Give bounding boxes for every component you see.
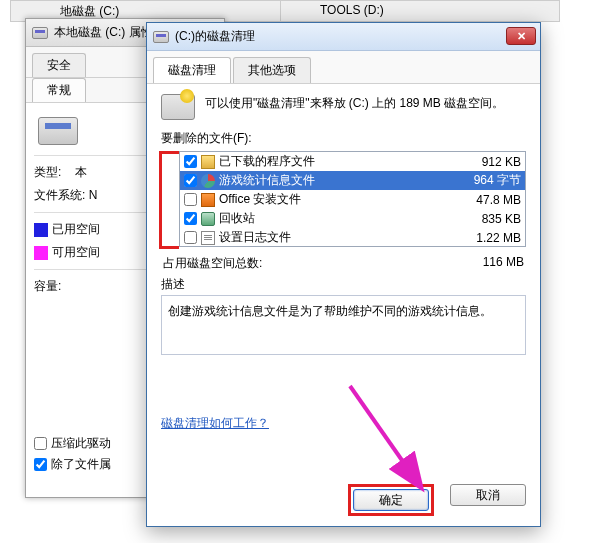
cleanup-title-icon — [153, 31, 169, 43]
checkbox-game-stats[interactable] — [184, 174, 197, 187]
checkbox-recycle-bin[interactable] — [184, 212, 197, 225]
document-icon — [201, 231, 215, 245]
folder-icon — [201, 155, 215, 169]
row-size: 47.8 MB — [451, 193, 521, 207]
index-label: 除了文件属 — [51, 456, 111, 473]
row-size: 835 KB — [451, 212, 521, 226]
close-button[interactable]: ✕ — [506, 27, 536, 45]
tab-security[interactable]: 安全 — [32, 53, 86, 77]
big-drive-icon — [38, 117, 78, 145]
compress-checkbox[interactable] — [34, 437, 47, 450]
row-size: 1.22 MB — [451, 231, 521, 245]
file-row-downloaded-programs[interactable]: 已下载的程序文件 912 KB — [180, 152, 525, 171]
tab-disk-cleanup[interactable]: 磁盘清理 — [153, 57, 231, 83]
properties-title: 本地磁盘 (C:) 属性 — [54, 24, 153, 41]
drive-icon — [32, 27, 48, 39]
recycle-bin-icon — [201, 212, 215, 226]
cleanup-tabs: 磁盘清理 其他选项 — [147, 51, 540, 84]
type-label: 类型: — [34, 165, 61, 179]
file-row-setup-logs[interactable]: 设置日志文件 1.22 MB — [180, 228, 525, 247]
description-label: 描述 — [161, 276, 526, 293]
cleanup-intro-icon — [161, 94, 195, 120]
row-label: Office 安装文件 — [219, 191, 451, 208]
row-size: 964 字节 — [451, 172, 521, 189]
row-label: 设置日志文件 — [219, 229, 451, 246]
file-list[interactable]: 已下载的程序文件 912 KB 游戏统计信息文件 964 字节 Office 安… — [179, 151, 526, 247]
fs-label: 文件系统: — [34, 188, 85, 202]
compress-label: 压缩此驱动 — [51, 435, 111, 452]
checkbox-office-install[interactable] — [184, 193, 197, 206]
ok-button[interactable]: 确定 — [353, 489, 429, 511]
close-icon: ✕ — [517, 29, 526, 43]
fs-value: N — [89, 188, 98, 202]
description-box: 创建游戏统计信息文件是为了帮助维护不同的游戏统计信息。 — [161, 295, 526, 355]
cancel-button[interactable]: 取消 — [450, 484, 526, 506]
files-to-delete-label: 要删除的文件(F): — [161, 130, 526, 147]
row-label: 回收站 — [219, 210, 451, 227]
tab-other-options[interactable]: 其他选项 — [233, 57, 311, 83]
cleanup-titlebar[interactable]: (C:)的磁盘清理 ✕ — [147, 23, 540, 51]
total-value: 116 MB — [483, 255, 524, 272]
disk-cleanup-dialog: (C:)的磁盘清理 ✕ 磁盘清理 其他选项 可以使用"磁盘清理"来释放 (C:)… — [146, 22, 541, 527]
description-text: 创建游戏统计信息文件是为了帮助维护不同的游戏统计信息。 — [168, 304, 492, 318]
type-value: 本 — [75, 165, 87, 179]
used-label: 已用空间 — [52, 222, 100, 236]
cleanup-title: (C:)的磁盘清理 — [175, 28, 255, 45]
checkbox-downloaded-programs[interactable] — [184, 155, 197, 168]
bg-label-d: TOOLS (D:) — [320, 3, 384, 17]
index-checkbox[interactable] — [34, 458, 47, 471]
annotation-red-box-ok: 确定 — [348, 484, 434, 516]
free-label: 可用空间 — [52, 245, 100, 259]
file-row-game-stats[interactable]: 游戏统计信息文件 964 字节 — [180, 171, 525, 190]
checkbox-setup-logs[interactable] — [184, 231, 197, 244]
free-color-icon — [34, 246, 48, 260]
row-label: 已下载的程序文件 — [219, 153, 451, 170]
annotation-red-box-checkboxes — [159, 151, 179, 249]
total-label: 占用磁盘空间总数: — [163, 255, 262, 272]
tab-general[interactable]: 常规 — [32, 78, 86, 102]
used-color-icon — [34, 223, 48, 237]
cleanup-intro-text: 可以使用"磁盘清理"来释放 (C:) 上的 189 MB 磁盘空间。 — [205, 94, 504, 120]
row-size: 912 KB — [451, 155, 521, 169]
how-disk-cleanup-works-link[interactable]: 磁盘清理如何工作？ — [161, 416, 269, 430]
row-label: 游戏统计信息文件 — [219, 172, 451, 189]
chart-icon — [201, 174, 215, 188]
office-icon — [201, 193, 215, 207]
file-row-recycle-bin[interactable]: 回收站 835 KB — [180, 209, 525, 228]
capacity-label: 容量: — [34, 279, 61, 293]
file-row-office-install[interactable]: Office 安装文件 47.8 MB — [180, 190, 525, 209]
